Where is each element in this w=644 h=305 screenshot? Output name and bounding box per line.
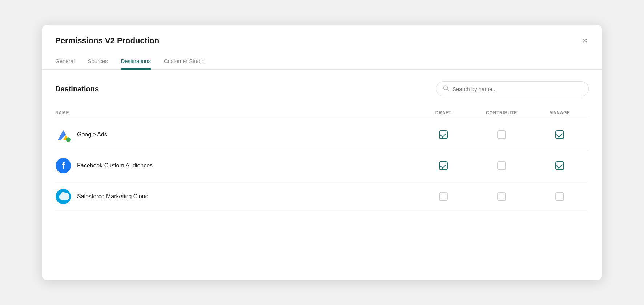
tab-destinations[interactable]: Destinations — [121, 54, 151, 70]
col-header-contribute: CONTRIBUTE — [472, 110, 531, 115]
modal-body: Destinations NAME DRAFT CONTRIBUTE MANAG… — [42, 70, 602, 224]
draft-cell-sf — [414, 192, 472, 201]
col-header-name: NAME — [55, 110, 414, 115]
table-row: f Facebook Custom Audiences — [55, 150, 589, 181]
destination-name: Salesforce Marketing Cloud — [55, 189, 414, 205]
search-input[interactable] — [452, 86, 582, 92]
draft-cell-fb — [414, 161, 472, 170]
table-row: Google Ads — [55, 119, 589, 150]
draft-checkbox-fb[interactable] — [439, 161, 448, 170]
destination-label: Facebook Custom Audiences — [77, 162, 153, 169]
table-header: NAME DRAFT CONTRIBUTE MANAGE — [55, 107, 589, 119]
contribute-cell-fb — [472, 161, 531, 170]
table-row: Salesforce Marketing Cloud — [55, 181, 589, 212]
manage-cell-sf — [531, 192, 589, 201]
manage-checkbox-sf[interactable] — [555, 192, 564, 201]
contribute-checkbox-sf[interactable] — [497, 192, 506, 201]
salesforce-icon — [55, 189, 71, 205]
draft-checkbox-google[interactable] — [439, 130, 448, 139]
facebook-logo: f — [56, 158, 71, 173]
tabs-container: General Sources Destinations Customer St… — [42, 54, 602, 70]
section-title: Destinations — [55, 85, 99, 93]
tab-general[interactable]: General — [55, 54, 75, 70]
modal: Permissions V2 Production × General Sour… — [42, 25, 602, 280]
draft-checkbox-sf[interactable] — [439, 192, 448, 201]
modal-header: Permissions V2 Production × — [42, 25, 602, 54]
tab-customer-studio[interactable]: Customer Studio — [164, 54, 205, 70]
facebook-icon: f — [55, 158, 71, 174]
modal-title: Permissions V2 Production — [55, 36, 159, 45]
contribute-checkbox-fb[interactable] — [497, 161, 506, 170]
destination-name: f Facebook Custom Audiences — [55, 158, 414, 174]
tab-sources[interactable]: Sources — [88, 54, 108, 70]
destination-label: Salesforce Marketing Cloud — [77, 193, 149, 200]
draft-cell-google — [414, 130, 472, 139]
search-box — [436, 81, 589, 96]
section-header: Destinations — [55, 81, 589, 96]
destination-name: Google Ads — [55, 127, 414, 143]
col-header-draft: DRAFT — [414, 110, 472, 115]
svg-line-1 — [447, 89, 448, 91]
manage-cell-google — [531, 130, 589, 139]
manage-checkbox-fb[interactable] — [555, 161, 564, 170]
destination-label: Google Ads — [77, 131, 107, 138]
search-icon — [443, 85, 449, 92]
contribute-checkbox-google[interactable] — [497, 130, 506, 139]
manage-cell-fb — [531, 161, 589, 170]
google-ads-icon — [55, 127, 71, 143]
contribute-cell-sf — [472, 192, 531, 201]
col-header-manage: MANAGE — [531, 110, 589, 115]
manage-checkbox-google[interactable] — [555, 130, 564, 139]
svg-point-5 — [66, 137, 71, 142]
close-button[interactable]: × — [581, 35, 589, 46]
salesforce-logo — [56, 189, 71, 204]
contribute-cell-google — [472, 130, 531, 139]
